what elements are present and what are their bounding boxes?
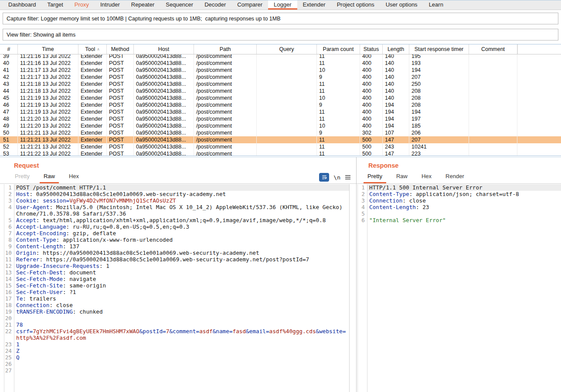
main-tab-decoder[interactable]: Decoder <box>199 0 231 10</box>
column-header-host[interactable]: Host <box>134 44 194 54</box>
cell-query <box>257 81 317 88</box>
column-header-time[interactable]: Time <box>18 44 78 54</box>
cell-host: 0a9500020413d88... <box>134 136 194 143</box>
table-row-40[interactable]: 4011:21:16 13 Jul 2022ExtenderPOST0a9500… <box>0 60 561 67</box>
response-tab-raw[interactable]: Raw <box>392 171 411 183</box>
cell-comment <box>469 95 517 101</box>
cell-tool: Extender <box>78 136 107 143</box>
column-header-row-number[interactable]: # <box>0 44 18 54</box>
cell-start-response-timer: 194 <box>409 108 469 115</box>
response-editor[interactable]: 1HTTP/1.1 500 Internal Server Error2Cont… <box>357 184 561 392</box>
table-row-44[interactable]: 4411:21:18 13 Jul 2022ExtenderPOST0a9500… <box>0 88 561 95</box>
cell-status: 500 <box>360 143 383 150</box>
table-row-50[interactable]: 5011:21:21 13 Jul 2022ExtenderPOST0a9500… <box>0 129 561 136</box>
cell-comment <box>469 150 517 155</box>
table-row-52[interactable]: 5211:21:21 13 Jul 2022ExtenderPOST0a9500… <box>0 143 561 150</box>
table-row-41[interactable]: 4111:21:17 13 Jul 2022ExtenderPOST0a9500… <box>0 67 561 74</box>
main-tab-repeater[interactable]: Repeater <box>126 0 160 10</box>
column-header-comment[interactable]: Comment <box>469 44 517 54</box>
cell-tool: Extender <box>78 67 107 74</box>
code-text: Host: 0a9500020413d88ac08c5c1e001a0069.w… <box>14 191 349 197</box>
log-table-header: #TimeTool∧MethodHostPathQueryParam count… <box>0 44 561 54</box>
column-header-method[interactable]: Method <box>107 44 134 54</box>
cell-num: 48 <box>0 115 18 122</box>
log-table-viewport[interactable]: 3911:21:16 13 Jul 2022ExtenderPOST0a9500… <box>0 54 561 155</box>
cell-filler <box>517 136 561 143</box>
cell-filler <box>517 95 561 101</box>
newline-characters-icon[interactable]: \n <box>333 173 340 182</box>
cell-path: /post/comment <box>194 150 257 155</box>
column-header-tool[interactable]: Tool∧ <box>78 44 107 54</box>
cell-status: 400 <box>360 67 383 74</box>
main-tab-proxy[interactable]: Proxy <box>69 0 95 10</box>
cell-query <box>257 108 317 115</box>
word-wrap-toggle-icon[interactable] <box>319 173 329 182</box>
response-tab-pretty[interactable]: Pretty <box>364 171 386 183</box>
column-header-path[interactable]: Path <box>194 44 257 54</box>
table-row-43[interactable]: 4311:21:18 13 Jul 2022ExtenderPOST0a9500… <box>0 81 561 88</box>
cell-tool: Extender <box>78 101 107 108</box>
response-tab-render[interactable]: Render <box>442 171 468 183</box>
table-row-49[interactable]: 4911:21:20 13 Jul 2022ExtenderPOST0a9500… <box>0 122 561 129</box>
response-tab-hex[interactable]: Hex <box>418 171 435 183</box>
column-header-start-response-timer[interactable]: Start response timer <box>409 44 469 54</box>
table-row-45[interactable]: 4511:21:19 13 Jul 2022ExtenderPOST0a9500… <box>0 95 561 101</box>
cell-num: 40 <box>0 60 18 67</box>
main-tab-extender[interactable]: Extender <box>297 0 331 10</box>
capture-filter-bar[interactable]: Capture filter: Logger memory limit set … <box>3 13 558 24</box>
request-tab-hex[interactable]: Hex <box>65 171 83 183</box>
cell-host: 0a9500020413d88... <box>134 115 194 122</box>
cell-filler <box>517 60 561 67</box>
code-line: 16Sec-Fetch-User: ?1 <box>4 289 349 295</box>
line-number: 27 <box>4 367 14 374</box>
cell-path: /post/comment <box>194 129 257 136</box>
cell-param-count: 11 <box>317 143 360 150</box>
main-tab-comparer[interactable]: Comparer <box>231 0 268 10</box>
table-row-47[interactable]: 4711:21:19 13 Jul 2022ExtenderPOST0a9500… <box>0 108 561 115</box>
code-text: Content-Type: application/json; charset=… <box>367 191 561 197</box>
table-row-48[interactable]: 4811:21:20 13 Jul 2022ExtenderPOST0a9500… <box>0 115 561 122</box>
main-tab-user-options[interactable]: User options <box>380 0 423 10</box>
code-line: 8Content-Type: application/x-www-form-ur… <box>4 237 349 243</box>
editor-menu-icon[interactable] <box>345 173 351 182</box>
table-row-46[interactable]: 4611:21:19 13 Jul 2022ExtenderPOST0a9500… <box>0 101 561 108</box>
main-tab-sequencer[interactable]: Sequencer <box>160 0 199 10</box>
column-header-label: Length <box>388 46 404 52</box>
table-row-53[interactable]: 5311:21:22 13 Jul 2022ExtenderPOST0a9500… <box>0 150 561 155</box>
cell-length: 194 <box>383 115 409 122</box>
main-tab-learn[interactable]: Learn <box>423 0 449 10</box>
code-line: 3Connection: close <box>358 197 561 204</box>
code-text: Sec-Fetch-Site: same-origin <box>14 282 349 289</box>
cell-path: /post/comment <box>194 101 257 108</box>
cell-tool: Extender <box>78 88 107 95</box>
cell-length: 140 <box>383 54 409 60</box>
request-tab-pretty[interactable]: Pretty <box>11 171 34 183</box>
column-header-length[interactable]: Length <box>383 44 409 54</box>
code-line: 22csrf=7gYzhMCiFvi4gBEyUEEk7HmHSHM7xWAO&… <box>4 328 349 341</box>
column-header-param-count[interactable]: Param count <box>317 44 360 54</box>
line-number: 5 <box>358 210 367 217</box>
main-tab-logger[interactable]: Logger <box>268 0 297 10</box>
main-tab-dashboard[interactable]: Dashboard <box>3 0 42 10</box>
line-number: 19 <box>4 308 14 315</box>
column-header-status[interactable]: Status <box>360 44 383 54</box>
table-row-51[interactable]: 5111:21:21 13 Jul 2022ExtenderPOST0a9500… <box>0 136 561 143</box>
table-row-42[interactable]: 4211:21:17 13 Jul 2022ExtenderPOST0a9500… <box>0 74 561 81</box>
main-tab-target[interactable]: Target <box>42 0 69 10</box>
table-row-39[interactable]: 3911:21:16 13 Jul 2022ExtenderPOST0a9500… <box>0 54 561 60</box>
code-line: 15Sec-Fetch-Site: same-origin <box>4 282 349 289</box>
cell-path: /post/comment <box>194 54 257 60</box>
request-editor[interactable]: 1POST /post/comment HTTP/1.12Host: 0a950… <box>4 184 350 392</box>
cell-path: /post/comment <box>194 74 257 81</box>
line-number: 23 <box>4 341 14 348</box>
request-tab-raw[interactable]: Raw <box>40 171 59 183</box>
column-header-query[interactable]: Query <box>257 44 317 54</box>
line-number: 10 <box>4 250 14 256</box>
cell-query <box>257 88 317 95</box>
view-filter-bar[interactable]: View filter: Showing all items <box>3 29 558 41</box>
cell-path: /post/comment <box>194 136 257 143</box>
cell-host: 0a9500020413d88... <box>134 150 194 155</box>
cell-num: 49 <box>0 122 18 129</box>
main-tab-project-options[interactable]: Project options <box>331 0 380 10</box>
main-tab-intruder[interactable]: Intruder <box>95 0 126 10</box>
